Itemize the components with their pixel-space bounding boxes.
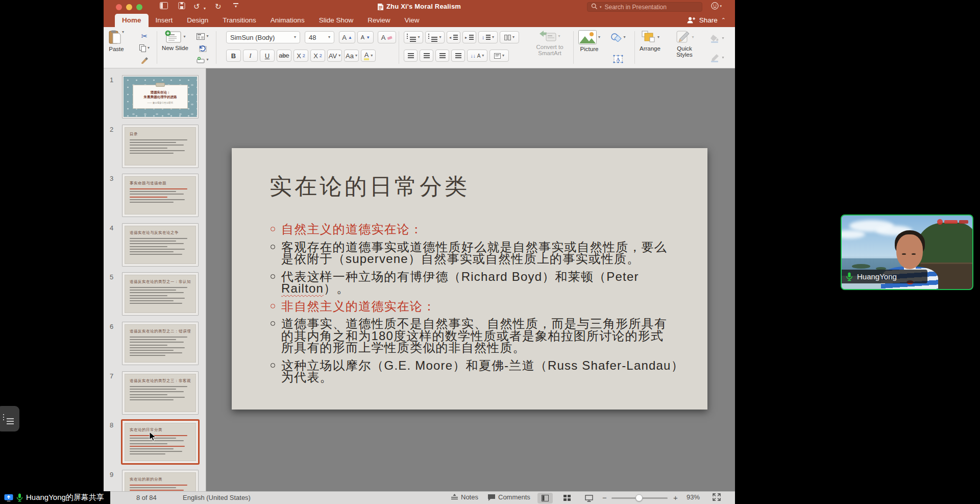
participant-name: HuangYong [857, 272, 897, 281]
format-painter-icon [140, 56, 149, 64]
align-text-button[interactable]: ▾ [489, 50, 509, 62]
format-color-button[interactable]: A▾ [361, 50, 376, 62]
tab-view[interactable]: View [397, 14, 426, 27]
clear-formatting-button[interactable]: A [378, 31, 396, 43]
slide-thumbnail-4[interactable]: 4道德实在论与反实在论之争 [104, 223, 206, 272]
tab-animations[interactable]: Animations [263, 14, 312, 27]
slide-thumbnail-9[interactable]: 9实在论的新的分类 [104, 470, 206, 491]
new-slide-icon [164, 30, 182, 43]
format-painter-button[interactable] [140, 55, 149, 65]
search-scope-dropdown[interactable]: ▾ [600, 5, 602, 9]
notes-button[interactable]: Notes [451, 493, 478, 501]
slide-body-text[interactable]: 自然主义的道德实在论：客观存在的道德事实或道德性质好么就是自然事实或自然性质，要… [281, 223, 699, 389]
layout-button[interactable]: ▾ [197, 31, 208, 41]
font-size-combo[interactable]: 48▾ [305, 31, 334, 43]
thumbnail-frame[interactable]: 道德反实在论的类型之一：非认知主义 [122, 272, 199, 316]
align-center-button[interactable] [420, 50, 433, 62]
format-x-button[interactable]: X2 [293, 50, 308, 62]
format-b-button[interactable]: B [226, 50, 241, 62]
thumbnail-selected-frame[interactable]: 实在论的日常分类 [122, 420, 199, 464]
slide-thumbnail-8[interactable]: 8实在论的日常分类 [104, 420, 206, 469]
decrease-indent-button[interactable]: ◂ [447, 31, 460, 43]
share-button[interactable]: Share ⌃ [687, 16, 726, 24]
zoom-slider[interactable] [611, 497, 668, 499]
format-av-button[interactable]: AV▾ [327, 50, 342, 62]
tab-review[interactable]: Review [360, 14, 397, 27]
slideshow-view-button[interactable] [581, 493, 597, 503]
format-aa-button[interactable]: Aa▾ [344, 50, 359, 62]
bullets-button[interactable]: ▾ [404, 31, 423, 43]
tab-home[interactable]: Home [115, 14, 149, 27]
font-name-combo[interactable]: SimSun (Body)▾ [226, 31, 300, 43]
tab-transitions[interactable]: Transitions [215, 14, 263, 27]
thumbnail-number: 4 [110, 224, 113, 232]
collapsed-panel-button[interactable] [0, 406, 19, 431]
thumbnail-frame[interactable]: 目录 [122, 125, 199, 168]
picture-button[interactable]: ▾ Picture [578, 30, 600, 52]
slide-thumbnail-5[interactable]: 5道德反实在论的类型之一：非认知主义 [104, 272, 206, 321]
zoom-in-button[interactable]: + [673, 493, 678, 502]
tab-design[interactable]: Design [180, 14, 215, 27]
search-input[interactable]: ▾ Search in Presentation [587, 2, 702, 12]
slide-sorter-button[interactable] [559, 493, 575, 503]
zoom-percentage[interactable]: 93% [687, 493, 700, 501]
shrink-font-button[interactable]: A▼ [357, 31, 374, 43]
copy-button[interactable]: ▾ [139, 43, 150, 53]
thumbnail-frame[interactable]: 实在论的新的分类 [122, 470, 199, 491]
slide-thumbnail-3[interactable]: 3事实命题与道德命题 [104, 174, 206, 223]
grow-font-button[interactable]: A▲ [339, 31, 355, 43]
tab-insert[interactable]: Insert [149, 14, 180, 27]
text-box-button[interactable]: A [612, 54, 624, 64]
thumbnail-frame[interactable]: 道德实在论：朱熹美德伦理学的进路—— 兼论儒家心性论研究 [122, 75, 199, 118]
cut-button[interactable]: ✂ [141, 31, 148, 41]
paste-icon [109, 30, 121, 44]
numbering-button[interactable]: ▾ [425, 31, 445, 43]
align-right-button[interactable] [435, 50, 449, 62]
feedback-smiley-icon[interactable]: ▾ [711, 2, 722, 10]
current-slide[interactable]: 实在论的日常分类 自然主义的道德实在论：客观存在的道德事实或道德性质好么就是自然… [232, 148, 707, 410]
slide-title[interactable]: 实在论的日常分类 [270, 172, 470, 202]
shape-line-button[interactable]: ▾ [710, 53, 724, 63]
thumbnail-frame[interactable]: 事实命题与道德命题 [122, 174, 199, 217]
collapse-ribbon-icon[interactable]: ⌃ [721, 17, 726, 23]
justify-button[interactable] [451, 50, 465, 62]
normal-view-button[interactable] [537, 493, 553, 503]
fullscreen-button[interactable] [713, 493, 721, 501]
quick-styles-button[interactable]: ▾ Quick Styles [671, 30, 698, 58]
arrange-button[interactable]: ▾ Arrange [640, 30, 660, 52]
shapes-button[interactable]: ▾ [610, 32, 625, 42]
thumbnail-number: 5 [110, 273, 113, 281]
microphone-icon [846, 272, 853, 281]
zoom-slider-thumb[interactable] [635, 494, 643, 501]
reset-button[interactable] [199, 43, 207, 53]
zoom-out-button[interactable]: − [602, 493, 607, 502]
bullet-item-3: 代表这样一种立场的有博伊德（Richard Boyd）和莱顿（PeterRail… [281, 271, 699, 295]
slide-thumbnail-6[interactable]: 6道德反实在论的类型之二：错误理论 [104, 322, 206, 371]
status-bar: 8 of 84 English (United States) Notes Co… [104, 491, 735, 504]
align-left-button[interactable] [404, 50, 418, 62]
slide-thumbnail-1[interactable]: 1道德实在论：朱熹美德伦理学的进路—— 兼论儒家心性论研究 [104, 75, 206, 124]
thumbnail-frame[interactable]: 道德反实在论的类型之二：错误理论 [122, 322, 199, 365]
language-indicator[interactable]: English (United States) [183, 494, 251, 501]
thumbnail-frame[interactable]: 道德实在论与反实在论之争 [122, 223, 199, 267]
line-spacing-button[interactable]: ↕▾ [478, 31, 498, 43]
shape-fill-button[interactable]: ▾ [710, 33, 724, 43]
text-direction-button[interactable]: ↓↓A▾ [467, 50, 487, 62]
format-strike-button[interactable]: abe [277, 50, 291, 62]
columns-button[interactable]: ▾ [500, 31, 519, 43]
thumbnail-frame[interactable]: 道德反实在论的类型之三：非客观主义 [122, 371, 199, 415]
comments-button[interactable]: Comments [487, 493, 530, 501]
format-u-button[interactable]: U [260, 50, 275, 62]
convert-to-smartart-button[interactable]: ▾ Convert to SmartArt [531, 30, 568, 56]
slide-thumbnail-7[interactable]: 7道德反实在论的类型之三：非客观主义 [104, 371, 206, 420]
slide-thumbnail-2[interactable]: 2目录 [104, 125, 206, 174]
section-button[interactable]: ▾ [197, 55, 208, 65]
format-x-button[interactable]: X2 [310, 50, 325, 62]
participant-video[interactable]: HuangYong [841, 214, 973, 290]
paste-button[interactable]: ▾ Paste [109, 30, 124, 52]
eraser-icon [387, 35, 393, 40]
new-slide-button[interactable]: ▾ New Slide [161, 30, 189, 51]
increase-indent-button[interactable]: ▸ [462, 31, 476, 43]
tab-slide-show[interactable]: Slide Show [312, 14, 361, 27]
format-i-button[interactable]: I [243, 50, 258, 62]
